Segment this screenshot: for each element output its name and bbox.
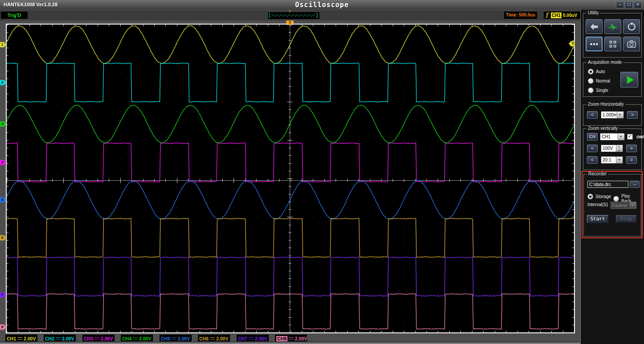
- chevron-down-icon[interactable]: [616, 157, 623, 163]
- channel-3-ground-marker[interactable]: 3: [0, 160, 6, 165]
- probe-ratio-select[interactable]: 20:1: [601, 156, 623, 164]
- title-bar: HANTEK1008 Ver1.0.28 Oscilloscope – □ ✕: [0, 0, 644, 10]
- radio-normal-label: Normal: [596, 79, 610, 83]
- probe-ratio-decrease-button[interactable]: <: [587, 156, 598, 164]
- volt-scale-spinner[interactable]: 100V: [601, 145, 623, 152]
- radio-single[interactable]: [588, 87, 594, 93]
- channel-8-ground-marker[interactable]: 8: [0, 324, 6, 330]
- timebase-value: 1.000ms: [601, 112, 617, 118]
- more-button[interactable]: [586, 37, 603, 51]
- undo-button[interactable]: [623, 19, 640, 34]
- timebase-increase-button[interactable]: >: [627, 111, 638, 119]
- radio-auto-label: Auto: [596, 69, 605, 74]
- probe-ratio-increase-button[interactable]: >: [626, 156, 637, 164]
- volt-scale-increase-button[interactable]: >: [626, 145, 637, 152]
- chevron-down-icon[interactable]: [617, 112, 623, 118]
- trigger-readout: CH1 0.00uV: [544, 12, 580, 19]
- dc-coupling-icon: [289, 337, 294, 340]
- scope-display: [7, 25, 574, 332]
- dc-coupling-icon: [17, 337, 22, 340]
- zoom-vertical-group: Zoom vertically CH CH1 ON/OFF < 100V >: [583, 128, 642, 170]
- zoom-vertical-group-label: Zoom vertically: [587, 126, 619, 131]
- qr-code-icon: [608, 40, 618, 49]
- channel-volts: 2.00V: [101, 336, 113, 341]
- chevron-down-icon[interactable]: [618, 133, 624, 140]
- pulse-icon: [607, 22, 618, 32]
- browse-button[interactable]: ...: [630, 181, 640, 188]
- rising-edge-icon: [545, 12, 550, 18]
- interval-select[interactable]: Fastest: [611, 202, 636, 209]
- channel-2-ground-marker[interactable]: 2: [0, 80, 6, 85]
- channel-volts: 2.00V: [216, 336, 228, 341]
- timebase-select[interactable]: 1.000ms: [601, 111, 624, 119]
- spinner-arrows-icon[interactable]: [616, 145, 623, 152]
- qr-code-button[interactable]: [604, 37, 621, 51]
- utility-group: Utility: [583, 13, 642, 58]
- channel-button[interactable]: CH: [587, 133, 598, 141]
- channel-name: CH7: [238, 336, 247, 341]
- scope-main-area: T CH1 2.00V CH2 2.00V CH3 2.00V CH4 2.00…: [0, 21, 580, 344]
- zoom-horizontal-group: Zoom Horizontally < 1.000ms >: [583, 104, 642, 126]
- channel-6-ground-marker[interactable]: 6: [0, 235, 6, 240]
- waveform-button[interactable]: [604, 19, 621, 34]
- volt-scale-value: 100V: [601, 145, 616, 152]
- waveform-preview[interactable]: [267, 12, 320, 20]
- acquisition-group-label: Acquisition mode: [587, 60, 623, 65]
- radio-playback[interactable]: [613, 196, 619, 202]
- channel-5-ground-marker[interactable]: 5: [0, 197, 6, 203]
- channel-name: CH8: [276, 336, 287, 341]
- undo-icon: [626, 22, 637, 32]
- close-button[interactable]: ✕: [634, 1, 642, 8]
- oscilloscope-window: HANTEK1008 Ver1.0.28 Oscilloscope – □ ✕ …: [0, 0, 644, 344]
- timebase-decrease-button[interactable]: <: [587, 111, 598, 119]
- channel-7-ground-marker[interactable]: 7: [0, 292, 6, 298]
- volt-scale-decrease-button[interactable]: <: [587, 145, 598, 152]
- channel-name: CH5: [161, 336, 170, 341]
- trigger-level: 0.00uV: [563, 13, 577, 18]
- radio-storage[interactable]: [587, 194, 593, 199]
- channel-name: CH3: [84, 336, 93, 341]
- preview-waveform-icon: [268, 12, 319, 18]
- more-dots-icon: [589, 39, 599, 49]
- channel-volts: 2.00V: [139, 336, 151, 341]
- channel-volts: 2.00V: [178, 336, 190, 341]
- control-panel: Utility: [580, 10, 644, 344]
- timebase-readout: Time: 500.0us: [504, 12, 537, 19]
- window-bottom-edge: [0, 341, 580, 344]
- back-button[interactable]: [586, 19, 603, 34]
- record-file-path-input[interactable]: [587, 181, 628, 188]
- channel-onoff-checkbox[interactable]: [627, 134, 633, 140]
- zoom-horizontal-group-label: Zoom Horizontally: [587, 102, 625, 107]
- start-button[interactable]: Start: [587, 215, 608, 223]
- minimize-button[interactable]: –: [616, 1, 624, 8]
- channel-volts: 2.00V: [295, 336, 307, 341]
- status-toolbar: Trig'D T Time: 500.0us CH1 0.00uV: [0, 10, 580, 21]
- dc-coupling-icon: [172, 337, 176, 340]
- recorder-group: Recorder ... Storage Play Back Interval(…: [583, 174, 641, 236]
- channel-volts: 2.00V: [62, 336, 74, 341]
- scope-plot: [6, 24, 575, 333]
- channel-name: CH1: [7, 336, 16, 341]
- interval-label: Interval(S): [587, 202, 608, 207]
- preview-trigger-marker[interactable]: T: [287, 10, 292, 13]
- radio-auto[interactable]: [588, 69, 594, 75]
- run-button[interactable]: [620, 72, 638, 87]
- maximize-button[interactable]: □: [625, 1, 633, 8]
- channel-volts: 2.00V: [24, 336, 36, 341]
- acquisition-group: Acquisition mode Auto Normal Single: [583, 62, 642, 97]
- channel-select-value: CH1: [600, 133, 618, 140]
- play-icon: [627, 76, 634, 84]
- channel-1-ground-marker[interactable]: 1: [0, 42, 6, 47]
- radio-normal[interactable]: [588, 78, 594, 84]
- trigger-status: Trig'D: [1, 12, 28, 19]
- channel-select[interactable]: CH1: [600, 133, 625, 141]
- radio-storage-label: Storage: [595, 194, 611, 199]
- recorder-group-label: Recorder: [587, 171, 608, 176]
- interval-value: Fastest: [611, 202, 629, 208]
- channel-4-ground-marker[interactable]: 4: [0, 121, 6, 127]
- screenshot-button[interactable]: [623, 37, 640, 51]
- chevron-down-icon: [629, 202, 636, 208]
- stop-button[interactable]: Stop: [616, 215, 636, 223]
- dc-coupling-icon: [56, 337, 61, 340]
- channel-name: CH6: [199, 336, 209, 341]
